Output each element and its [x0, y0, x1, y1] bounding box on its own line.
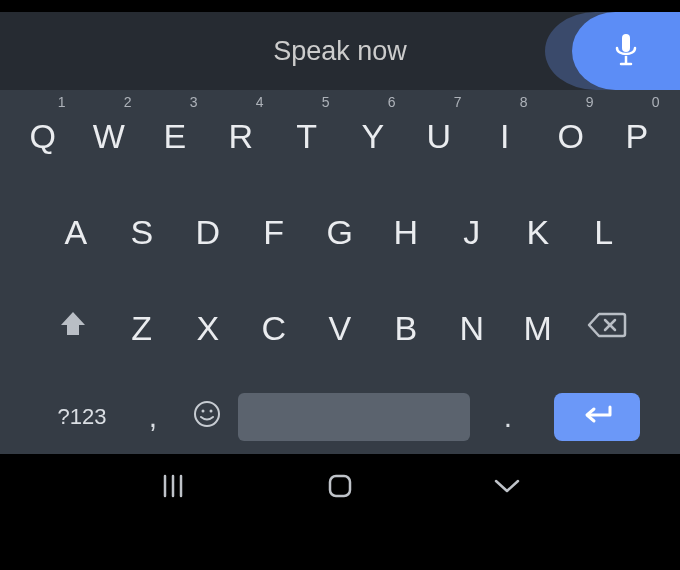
- key-number-hint: 6: [388, 94, 396, 110]
- key-label: F: [263, 213, 284, 252]
- key-s[interactable]: S: [109, 196, 175, 268]
- key-h[interactable]: H: [373, 196, 439, 268]
- recents-icon: [160, 473, 186, 503]
- key-label: P: [625, 117, 648, 156]
- android-navbar: [0, 454, 680, 522]
- key-o[interactable]: 9O: [538, 100, 604, 172]
- key-number-hint: 9: [586, 94, 594, 110]
- key-number-hint: 7: [454, 94, 462, 110]
- key-a[interactable]: A: [43, 196, 109, 268]
- key-label: J: [463, 213, 481, 252]
- symbols-key[interactable]: ?123: [40, 388, 124, 446]
- key-u[interactable]: 7U: [406, 100, 472, 172]
- mic-button[interactable]: [572, 12, 680, 90]
- svg-point-7: [210, 410, 213, 413]
- emoji-icon: [192, 399, 222, 435]
- key-label: T: [296, 117, 317, 156]
- key-r[interactable]: 4R: [208, 100, 274, 172]
- key-number-hint: 5: [322, 94, 330, 110]
- backspace-icon: [587, 309, 627, 348]
- key-label: R: [228, 117, 253, 156]
- enter-icon: [580, 404, 614, 430]
- key-label: Y: [361, 117, 384, 156]
- key-i[interactable]: 8I: [472, 100, 538, 172]
- key-label: K: [526, 213, 549, 252]
- key-label: W: [93, 117, 126, 156]
- spacebar-key[interactable]: [238, 393, 470, 441]
- svg-point-6: [202, 410, 205, 413]
- key-label: M: [524, 309, 553, 348]
- home-button[interactable]: [310, 468, 370, 508]
- key-number-hint: 1: [58, 94, 66, 110]
- key-label: I: [500, 117, 510, 156]
- key-v[interactable]: V: [307, 292, 373, 364]
- key-k[interactable]: K: [505, 196, 571, 268]
- key-label: O: [558, 117, 585, 156]
- key-t[interactable]: 5T: [274, 100, 340, 172]
- svg-rect-0: [622, 34, 630, 52]
- key-label: Q: [30, 117, 57, 156]
- key-label: E: [163, 117, 186, 156]
- keyboard: 1Q2W3E4R5T6Y7U8I9O0P ASDFGHJKL ZXCVBNM ?…: [0, 90, 680, 454]
- key-label: H: [393, 213, 418, 252]
- key-l[interactable]: L: [571, 196, 637, 268]
- enter-key[interactable]: [554, 393, 640, 441]
- key-y[interactable]: 6Y: [340, 100, 406, 172]
- period-key[interactable]: .: [476, 388, 540, 446]
- key-label: A: [64, 213, 87, 252]
- key-label: C: [261, 309, 286, 348]
- key-x[interactable]: X: [175, 292, 241, 364]
- shift-key[interactable]: [37, 292, 109, 364]
- key-d[interactable]: D: [175, 196, 241, 268]
- key-label: U: [426, 117, 451, 156]
- recents-button[interactable]: [143, 468, 203, 508]
- key-label: L: [594, 213, 613, 252]
- key-label: X: [196, 309, 219, 348]
- microphone-icon: [614, 34, 638, 68]
- key-c[interactable]: C: [241, 292, 307, 364]
- key-f[interactable]: F: [241, 196, 307, 268]
- chevron-down-icon: [492, 476, 522, 500]
- shift-icon: [57, 308, 89, 348]
- key-w[interactable]: 2W: [76, 100, 142, 172]
- key-n[interactable]: N: [439, 292, 505, 364]
- comma-key[interactable]: ,: [130, 388, 176, 446]
- key-b[interactable]: B: [373, 292, 439, 364]
- key-label: S: [130, 213, 153, 252]
- key-z[interactable]: Z: [109, 292, 175, 364]
- key-label: N: [459, 309, 484, 348]
- status-bar: [0, 0, 680, 12]
- key-number-hint: 3: [190, 94, 198, 110]
- emoji-key[interactable]: [182, 388, 232, 446]
- svg-point-5: [195, 402, 219, 426]
- key-label: G: [327, 213, 354, 252]
- key-g[interactable]: G: [307, 196, 373, 268]
- key-j[interactable]: J: [439, 196, 505, 268]
- key-m[interactable]: M: [505, 292, 571, 364]
- svg-rect-11: [330, 476, 350, 496]
- home-icon: [326, 472, 354, 504]
- voice-input-bar: Speak now: [0, 12, 680, 90]
- key-label: V: [328, 309, 351, 348]
- key-q[interactable]: 1Q: [10, 100, 76, 172]
- key-label: B: [394, 309, 417, 348]
- backspace-key[interactable]: [571, 292, 643, 364]
- key-number-hint: 8: [520, 94, 528, 110]
- key-number-hint: 4: [256, 94, 264, 110]
- key-number-hint: 2: [124, 94, 132, 110]
- key-e[interactable]: 3E: [142, 100, 208, 172]
- key-label: Z: [131, 309, 152, 348]
- key-p[interactable]: 0P: [604, 100, 670, 172]
- back-button[interactable]: [477, 468, 537, 508]
- key-number-hint: 0: [652, 94, 660, 110]
- key-label: D: [195, 213, 220, 252]
